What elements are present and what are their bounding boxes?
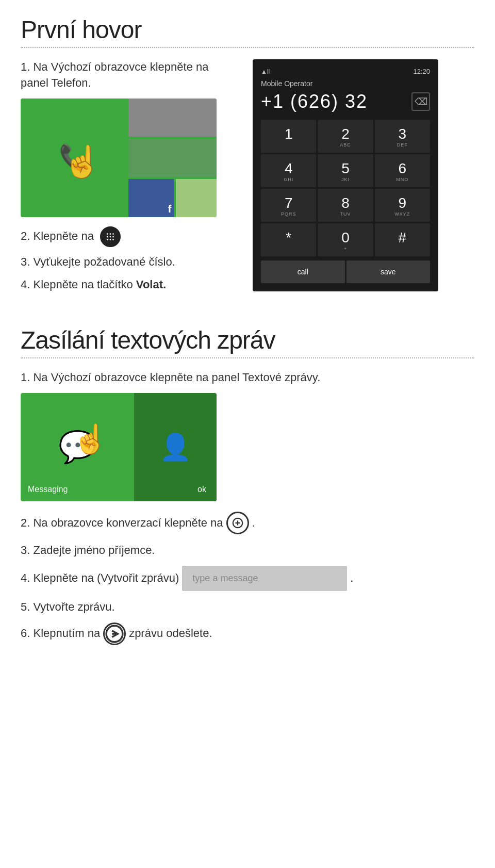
dial-key-star[interactable]: *: [261, 223, 316, 256]
dial-key-7[interactable]: 7PQRS: [261, 189, 316, 222]
phone-tile-mockup: 📞 ☝ f: [21, 99, 217, 217]
dial-key-9[interactable]: 9WXYZ: [375, 189, 430, 222]
section1-content: 1. Na Výchozí obrazovce klepněte na pane…: [21, 59, 474, 300]
dial-key-8[interactable]: 8TUV: [318, 189, 373, 222]
step3-text: 3. Vyťukejte požadované číslo.: [21, 254, 237, 270]
tile-person2: [176, 179, 217, 217]
dial-key-hash[interactable]: #: [375, 223, 430, 256]
tile-person1: [128, 99, 217, 137]
messaging-tile: 💬 ☝ Messaging 👤 ok: [21, 393, 217, 501]
section1-divider: [21, 47, 474, 48]
dialpad-header: ▲ll 12:20: [261, 68, 430, 75]
dial-key-2[interactable]: 2ABC: [318, 120, 373, 153]
tile-green-mid: [128, 139, 217, 177]
dialpad-number-row: +1 (626) 32 ⌫: [261, 91, 430, 112]
svg-point-7: [110, 239, 111, 240]
phone-tile-inner: 📞 ☝ f: [21, 99, 217, 217]
signal-icon: ▲ll: [261, 68, 270, 75]
section1-left: 1. Na Výchozí obrazovce klepněte na pane…: [21, 59, 237, 300]
dialpad-operator: Mobile Operator: [261, 79, 430, 88]
dialpad-actions: call save: [261, 260, 430, 283]
svg-point-6: [107, 239, 108, 240]
section2-step2: 2. Na obrazovce konverzací klepněte na .: [21, 512, 474, 534]
section2-step5: 5. Vytvořte zprávu.: [21, 599, 474, 615]
dialpad-grid: 1 2ABC 3DEF 4GHI 5JKI 6MNO 7PQRS 8TUV 9W…: [261, 120, 430, 256]
step4-text: 4. Klepněte na tlačítko Volat.: [21, 277, 237, 293]
svg-point-2: [112, 233, 114, 235]
message-input[interactable]: type a message: [182, 566, 347, 591]
contact-icon: 👤: [159, 432, 191, 462]
messaging-label: Messaging: [28, 485, 68, 494]
tile-right-panels: f: [128, 99, 217, 217]
dialpad-icon: [100, 226, 121, 247]
svg-point-1: [110, 233, 111, 235]
backspace-button[interactable]: ⌫: [411, 92, 430, 111]
msg-tile-right: 👤 ok: [134, 393, 217, 501]
section2-step3: 3. Zadejte jméno příjemce.: [21, 543, 474, 559]
svg-point-0: [107, 233, 108, 235]
section2-step1: 1. Na Výchozí obrazovce klepněte na pane…: [21, 370, 474, 386]
section2-divider: [21, 357, 474, 358]
tile-bottom-row: f: [128, 179, 217, 217]
step2-text: 2. Klepněte na: [21, 226, 237, 247]
dial-key-3[interactable]: 3DEF: [375, 120, 430, 153]
dial-key-4[interactable]: 4GHI: [261, 154, 316, 187]
call-button[interactable]: call: [261, 260, 345, 283]
msg-tile-left: 💬 ☝ Messaging: [21, 393, 134, 501]
svg-point-3: [107, 236, 108, 237]
section1-title: První hovor: [21, 15, 474, 44]
save-button[interactable]: save: [346, 260, 431, 283]
dial-key-0[interactable]: 0+: [318, 223, 373, 256]
add-conversation-icon: [226, 512, 249, 534]
hand-tap-msg-icon: ☝: [73, 422, 108, 455]
svg-point-5: [112, 236, 114, 237]
section2-step6: 6. Klepnutím na zprávu odešlete.: [21, 623, 474, 645]
section2-title: Zasílání textových zpráv: [21, 326, 474, 354]
dial-key-5[interactable]: 5JKI: [318, 154, 373, 187]
section2-step4: 4. Klepněte na (Vytvořit zprávu) type a …: [21, 566, 474, 591]
dialpad-time: 12:20: [413, 68, 430, 75]
dial-key-1[interactable]: 1: [261, 120, 316, 153]
plus-svg: [232, 517, 243, 529]
dialpad-mockup: ▲ll 12:20 Mobile Operator +1 (626) 32 ⌫ …: [253, 59, 474, 300]
step1-text: 1. Na Výchozí obrazovce klepněte na pane…: [21, 59, 237, 91]
tile-phone-icon: 📞 ☝: [21, 99, 128, 217]
dialpad-container: ▲ll 12:20 Mobile Operator +1 (626) 32 ⌫ …: [253, 59, 438, 291]
dial-key-6[interactable]: 6MNO: [375, 154, 430, 187]
dialpad-svg: [105, 231, 116, 242]
dialpad-number: +1 (626) 32: [261, 91, 368, 112]
ok-label: ok: [197, 485, 206, 494]
svg-point-4: [110, 236, 111, 237]
tile-facebook: f: [128, 179, 174, 217]
hand-tap-icon: ☝: [63, 143, 102, 179]
section2: Zasílání textových zpráv 1. Na Výchozí o…: [21, 326, 474, 645]
send-icon: [103, 623, 126, 645]
svg-point-8: [112, 239, 114, 240]
send-svg: [105, 624, 124, 644]
